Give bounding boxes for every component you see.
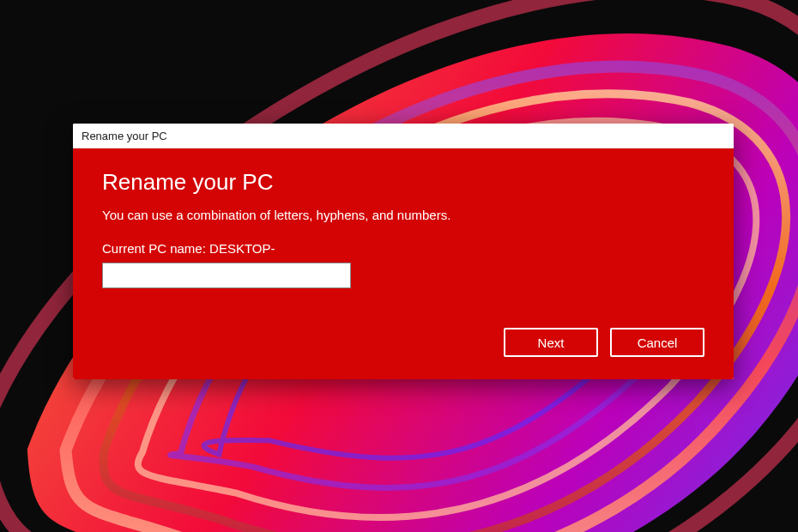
dialog-description: You can use a combination of letters, hy… [102,208,704,222]
rename-pc-dialog: Rename your PC Rename your PC You can us… [73,124,734,379]
button-row: Next Cancel [102,328,704,357]
window-title: Rename your PC [82,130,167,142]
pc-name-input[interactable] [102,263,351,288]
dialog-body: Rename your PC You can use a combination… [73,148,734,379]
cancel-button[interactable]: Cancel [610,328,704,357]
current-pc-name-label: Current PC name: DESKTOP- [102,241,704,256]
window-titlebar[interactable]: Rename your PC [73,124,734,148]
dialog-heading: Rename your PC [102,169,704,196]
next-button[interactable]: Next [504,328,598,357]
